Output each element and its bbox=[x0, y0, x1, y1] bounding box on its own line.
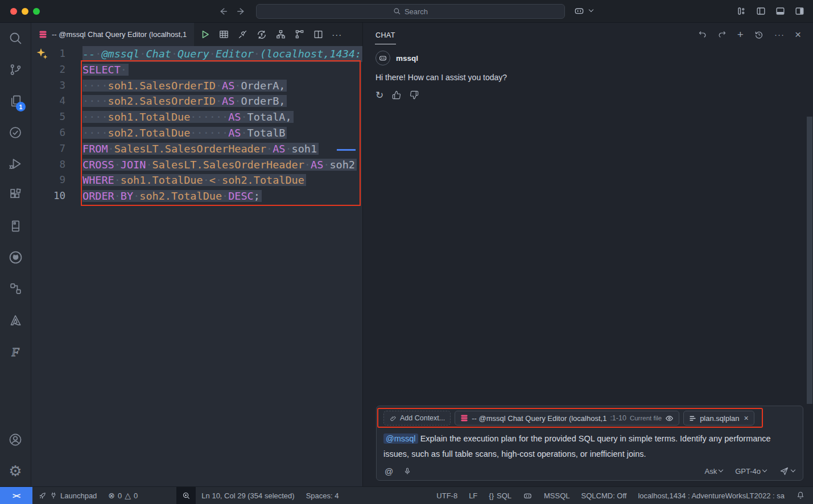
chat-input-container[interactable]: Add Context... -- @mssql Chat Query Edit… bbox=[376, 406, 803, 481]
command-center-search[interactable]: Search bbox=[256, 4, 565, 19]
mode-dropdown[interactable]: Ask bbox=[705, 467, 723, 476]
close-window-button[interactable] bbox=[10, 8, 17, 15]
activity-task-check[interactable] bbox=[0, 117, 31, 148]
current-file-chip[interactable]: -- @mssql Chat Query Editor (localhost,1… bbox=[455, 411, 679, 425]
activity-run-debug[interactable] bbox=[0, 148, 31, 179]
settings-gear-button[interactable]: ⚙ bbox=[0, 455, 31, 486]
line-number[interactable]: 4 bbox=[31, 93, 65, 109]
add-context-chip[interactable]: Add Context... bbox=[383, 411, 451, 425]
notifications-item[interactable] bbox=[790, 487, 813, 504]
plan-chip-label: plan.sqlplan bbox=[700, 414, 739, 423]
plan-file-chip[interactable]: plan.sqlplan × bbox=[683, 411, 754, 425]
indentation-item[interactable]: Spaces: 4 bbox=[300, 487, 345, 504]
activity-sql-server[interactable] bbox=[0, 210, 31, 242]
code-line[interactable]: WHERE·soh1.TotalDue·<·soh2.TotalDue bbox=[82, 172, 362, 188]
mssql-profile-item[interactable]: MSSQL bbox=[538, 487, 576, 504]
activity-github[interactable] bbox=[0, 242, 31, 273]
code-line[interactable]: ····soh1.TotalDue······AS·TotalA, bbox=[82, 109, 362, 125]
code-line[interactable]: ····soh2.SalesOrderID·AS·OrderB, bbox=[82, 93, 362, 109]
chat-redo-icon[interactable] bbox=[717, 30, 727, 39]
language-mode-item[interactable]: {} SQL bbox=[483, 487, 517, 504]
chat-close-icon[interactable]: × bbox=[795, 30, 801, 39]
thumbs-up-icon[interactable] bbox=[392, 90, 401, 100]
gear-icon: ⚙ bbox=[9, 464, 22, 478]
code-line[interactable]: CROSS·JOIN·SalesLT.SalesOrderHeader·AS·s… bbox=[82, 157, 362, 173]
toggle-secondary-sidebar-icon[interactable] bbox=[794, 6, 805, 16]
problems-item[interactable]: ⊗ 0 △ 0 bbox=[102, 487, 143, 504]
results-grid-icon[interactable] bbox=[218, 29, 229, 40]
minimize-window-button[interactable] bbox=[22, 8, 28, 15]
navigate-back-icon[interactable] bbox=[218, 6, 228, 16]
accounts-button[interactable] bbox=[0, 424, 31, 455]
activity-database-projects[interactable] bbox=[0, 273, 31, 304]
line-number[interactable]: 6 bbox=[31, 125, 65, 141]
line-number-gutter[interactable]: 12345678910 bbox=[31, 46, 65, 204]
editor-pane: -- @mssql Chat Query Editor (localhost,1… bbox=[31, 23, 362, 486]
change-connection-icon[interactable] bbox=[256, 29, 267, 40]
remove-chip-icon[interactable]: × bbox=[744, 414, 749, 423]
chat-input-text[interactable]: @mssql Explain the execution plan for th… bbox=[383, 431, 796, 462]
sqlcmd-item[interactable]: SQLCMD: Off bbox=[576, 487, 633, 504]
line-number[interactable]: 10 bbox=[31, 188, 65, 204]
line-number[interactable]: 2 bbox=[31, 62, 65, 78]
chevron-down-icon bbox=[791, 468, 795, 472]
send-button[interactable] bbox=[779, 466, 795, 476]
zoom-indicator-button[interactable] bbox=[176, 487, 196, 504]
activity-extensions[interactable] bbox=[0, 179, 31, 210]
code-line[interactable]: FROM·SalesLT.SalesOrderHeader·AS·soh1 bbox=[82, 141, 362, 157]
encoding-item[interactable]: UTF-8 bbox=[431, 487, 463, 504]
line-number[interactable]: 7 bbox=[31, 141, 65, 157]
split-editor-icon[interactable] bbox=[313, 29, 324, 40]
editor-more-actions[interactable]: ··· bbox=[332, 30, 342, 39]
database-icon bbox=[460, 414, 468, 422]
mode-label: Ask bbox=[705, 467, 717, 476]
code-editor[interactable]: 12345678910 --·@mssql·Chat·Query·Editor·… bbox=[31, 46, 362, 486]
disconnect-icon[interactable] bbox=[237, 29, 248, 40]
activity-fabric[interactable]: F bbox=[0, 336, 31, 367]
line-number[interactable]: 8 bbox=[31, 157, 65, 173]
zoom-window-button[interactable] bbox=[33, 8, 40, 15]
copilot-status-item[interactable] bbox=[517, 487, 538, 504]
code-line[interactable]: ORDER·BY·soh2.TotalDue·DESC; bbox=[82, 188, 362, 204]
actual-plan-icon[interactable] bbox=[294, 29, 305, 40]
toggle-primary-sidebar-icon[interactable] bbox=[756, 6, 766, 16]
code-line[interactable]: SELECT· bbox=[82, 62, 362, 78]
activity-azure[interactable] bbox=[0, 304, 31, 336]
estimated-plan-icon[interactable] bbox=[275, 29, 286, 40]
cursor-position-item[interactable]: Ln 10, Col 29 (354 selected) bbox=[196, 487, 300, 504]
connection-item[interactable]: localhost,1434 : AdventureWorksLT2022 : … bbox=[632, 487, 790, 504]
chat-scrollbar[interactable] bbox=[807, 117, 812, 404]
editor-tab-active[interactable]: -- @mssql Chat Query Editor (localhost,1 bbox=[31, 23, 194, 46]
mention-button[interactable]: @ bbox=[385, 466, 393, 476]
thumbs-down-icon[interactable] bbox=[410, 90, 419, 100]
activity-search[interactable] bbox=[0, 23, 31, 54]
customize-layout-icon[interactable] bbox=[736, 6, 747, 16]
retry-icon[interactable]: ↻ bbox=[375, 91, 383, 100]
agent-mention[interactable]: @mssql bbox=[383, 433, 418, 444]
chat-history-icon[interactable] bbox=[754, 30, 764, 40]
toggle-panel-icon[interactable] bbox=[775, 6, 786, 16]
launchpad-item[interactable]: Launchpad bbox=[32, 487, 102, 504]
eol-item[interactable]: LF bbox=[463, 487, 483, 504]
microphone-icon[interactable] bbox=[403, 466, 411, 476]
new-chat-icon[interactable]: + bbox=[737, 30, 744, 39]
explorer-badge: 1 bbox=[16, 102, 26, 111]
remote-indicator[interactable]: >< bbox=[0, 487, 32, 504]
chat-undo-icon[interactable] bbox=[698, 30, 707, 39]
line-number[interactable]: 3 bbox=[31, 78, 65, 94]
eye-icon[interactable] bbox=[665, 414, 674, 423]
code-line[interactable]: ····soh1.SalesOrderID·AS·OrderA, bbox=[82, 78, 362, 94]
activity-source-control[interactable] bbox=[0, 54, 31, 85]
copilot-menu-button[interactable] bbox=[573, 5, 593, 16]
chat-more-icon[interactable]: ··· bbox=[774, 30, 785, 39]
model-dropdown[interactable]: GPT-4o bbox=[735, 467, 766, 476]
navigate-forward-icon[interactable] bbox=[236, 6, 246, 16]
line-number[interactable]: 1 bbox=[31, 46, 65, 62]
run-query-button[interactable] bbox=[200, 29, 211, 40]
code-line[interactable]: --·@mssql·Chat·Query·Editor·(localhost,1… bbox=[82, 46, 362, 62]
line-number[interactable]: 9 bbox=[31, 172, 65, 188]
code-line[interactable]: ····soh2.TotalDue······AS·TotalB bbox=[82, 125, 362, 141]
line-number[interactable]: 5 bbox=[31, 109, 65, 125]
tab-chat[interactable]: CHAT bbox=[375, 24, 396, 44]
activity-explorer[interactable]: 1 bbox=[0, 85, 31, 117]
